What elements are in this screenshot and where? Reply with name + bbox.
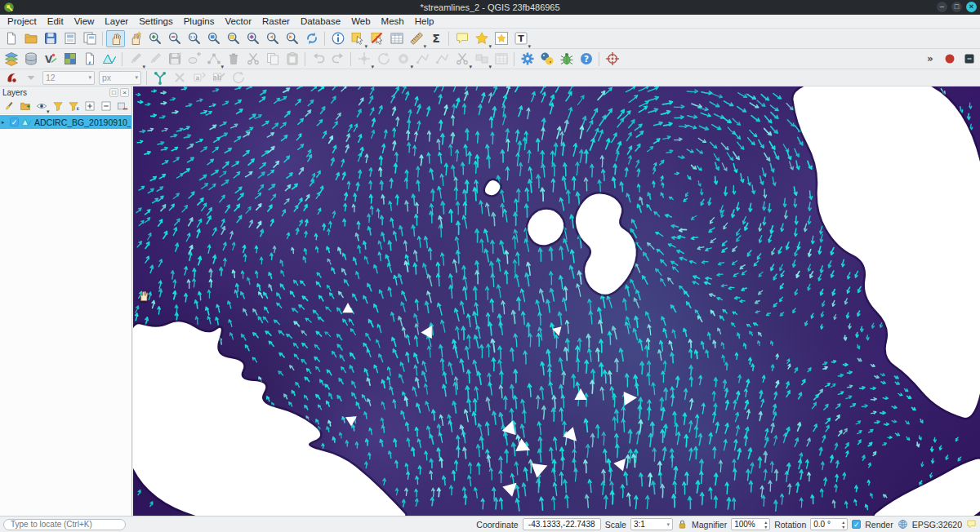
db-manager-button[interactable]	[21, 51, 40, 68]
text-annotation-button[interactable]: T▾	[511, 30, 530, 47]
menu-web[interactable]: Web	[346, 16, 375, 27]
zoom-next-button[interactable]	[283, 30, 301, 47]
filter-legend-button[interactable]	[51, 99, 65, 113]
plugin-button-dark-button[interactable]	[960, 51, 978, 68]
locate-input[interactable]	[3, 519, 126, 530]
map-canvas[interactable]	[133, 86, 980, 516]
open-project-button[interactable]	[21, 30, 40, 47]
new-spatial-bookmark-button[interactable]: ▾	[472, 30, 491, 47]
menubar: ProjectEditViewLayerSettingsPluginsVecto…	[0, 15, 980, 29]
menu-settings[interactable]: Settings	[134, 16, 178, 27]
new-print-layout-button[interactable]	[60, 30, 79, 47]
filter-by-expression-button[interactable]: ε	[67, 99, 82, 113]
add-raster-layer-button[interactable]	[60, 51, 79, 68]
add-delimited-text-layer-button[interactable]: ,	[80, 51, 99, 68]
maximize-button[interactable]: □	[951, 2, 962, 12]
open-attribute-table-button[interactable]	[387, 30, 406, 47]
zoom-to-selection-button[interactable]	[224, 30, 243, 47]
identify-features-button[interactable]	[328, 30, 347, 47]
menu-raster[interactable]: Raster	[257, 16, 295, 27]
menu-database[interactable]: Database	[296, 16, 345, 27]
menu-plugins[interactable]: Plugins	[179, 16, 220, 27]
plugin-manager-button[interactable]	[557, 51, 576, 68]
refresh-map-button[interactable]	[302, 30, 321, 47]
collapse-all-button[interactable]	[99, 99, 114, 113]
processing-toolbox-button[interactable]	[518, 51, 537, 68]
diagram-options-button[interactable]	[150, 69, 169, 86]
open-layer-styling-button[interactable]	[2, 99, 16, 113]
toolbar-overflow-button[interactable]: »	[920, 51, 939, 68]
expand-all-button[interactable]	[82, 99, 97, 113]
measure-button[interactable]: ▾	[407, 30, 425, 47]
magnifier-value: 100%	[734, 520, 755, 529]
pan-to-selection-button[interactable]	[126, 30, 145, 47]
panel-close-button[interactable]: ×	[120, 88, 129, 97]
render-checkbox[interactable]: ✓	[852, 520, 861, 529]
save-project-button[interactable]	[41, 30, 60, 47]
zoom-full-button[interactable]	[204, 30, 223, 47]
layer-labeling-options-button[interactable]	[2, 69, 20, 86]
toolbar-separator	[448, 32, 449, 46]
menu-vector[interactable]: Vector	[220, 16, 256, 27]
window-title: *streamlines_2 - QGIS 23fb486965	[420, 2, 559, 12]
font-size-combo: 12 ▾	[42, 71, 95, 85]
panel-float-button[interactable]: □	[109, 88, 118, 97]
manage-map-themes-button[interactable]: ▾	[34, 99, 49, 113]
zoom-in-button[interactable]	[145, 30, 164, 47]
menu-project[interactable]: Project	[2, 16, 42, 27]
deselect-features-button[interactable]	[368, 30, 386, 47]
zoom-last-button[interactable]	[263, 30, 282, 47]
minimize-button[interactable]: –	[937, 2, 947, 12]
remove-layer-button[interactable]	[115, 99, 130, 113]
menu-view[interactable]: View	[69, 16, 100, 27]
close-button[interactable]: ×	[966, 2, 977, 12]
scale-lock-icon[interactable]	[677, 519, 688, 530]
zoom-native-button[interactable]: 1:1	[185, 30, 203, 47]
show-layout-manager-button[interactable]	[80, 30, 99, 47]
python-console-button[interactable]	[537, 51, 556, 68]
show-spatial-bookmarks-button[interactable]	[492, 30, 510, 47]
menu-edit[interactable]: Edit	[42, 16, 69, 27]
menu-layer[interactable]: Layer	[100, 16, 133, 27]
select-features-button[interactable]: ▾	[348, 30, 367, 47]
move-label-button: a	[189, 69, 208, 86]
add-group-button[interactable]	[18, 99, 33, 113]
scale-combo[interactable]: 3:1 ▾	[630, 518, 673, 530]
zoom-out-button[interactable]	[165, 30, 184, 47]
menu-mesh[interactable]: Mesh	[376, 16, 409, 27]
layer-visibility-checkbox[interactable]: ✓	[10, 117, 19, 126]
message-log-button[interactable]	[966, 519, 977, 530]
toolbar-separator	[350, 52, 351, 66]
rotation-spinbox[interactable]: 0.0 ° ▴ ▾	[810, 518, 848, 530]
plugin-button-red-button[interactable]	[940, 51, 959, 68]
open-data-source-manager-button[interactable]	[2, 51, 20, 68]
crs-status[interactable]: EPSG:32620	[912, 520, 962, 530]
svg-text:ε: ε	[77, 105, 80, 111]
font-units-combo: px ▾	[99, 71, 141, 85]
current-edits-button: ▾	[126, 51, 145, 68]
svg-text:1:1: 1:1	[189, 35, 195, 39]
spin-down-icon[interactable]: ▾	[842, 525, 844, 530]
layer-item[interactable]: ▸ ✓ ADCIRC_BG_20190910_1t	[0, 115, 131, 129]
zoom-to-layer-button[interactable]	[243, 30, 262, 47]
cut-features-button	[243, 51, 262, 68]
add-vector-layer-button[interactable]: V	[41, 51, 60, 68]
layers-panel-title: Layers	[2, 88, 108, 97]
map-tips-button[interactable]	[452, 30, 471, 47]
pan-map-button[interactable]	[106, 30, 125, 47]
toolbar-separator	[599, 52, 599, 66]
magnifier-spinbox[interactable]: 100% ▴ ▾	[731, 518, 770, 530]
toolbar-separator	[305, 52, 305, 66]
spin-down-icon[interactable]: ▾	[764, 525, 767, 530]
add-mesh-layer-button[interactable]	[100, 51, 118, 68]
expander-icon[interactable]: ▸	[2, 119, 7, 126]
georeferencer-button[interactable]	[603, 51, 621, 68]
coordinate-input[interactable]: -43.1333,-22.7438	[523, 518, 601, 530]
help-contents-button[interactable]: ?	[577, 51, 595, 68]
menu-help[interactable]: Help	[410, 16, 439, 27]
rotate-label-button	[229, 69, 247, 86]
new-project-button[interactable]	[2, 30, 20, 47]
statistical-summary-button[interactable]: Σ	[426, 30, 445, 47]
font-units-value: px	[102, 73, 111, 82]
map-container	[133, 86, 980, 516]
